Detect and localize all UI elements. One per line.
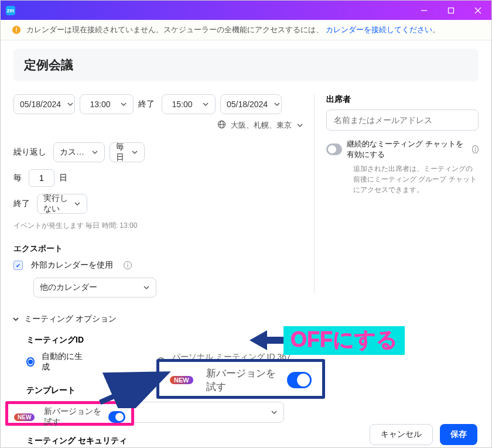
chevron-down-icon	[274, 101, 281, 108]
end-date-picker[interactable]: 05/18/2024	[220, 94, 282, 114]
start-time-value: 13:00	[86, 100, 114, 109]
cancel-button[interactable]: キャンセル	[370, 424, 433, 445]
notice-text: カレンダーは現在接続されていません。スケジューラーの全機能にアクセスするには、	[26, 25, 323, 34]
datetime-row: 05/18/2024 13:00 終了 15:00 05/18/2024	[13, 94, 303, 114]
meeting-title-field[interactable]: 定例会議	[13, 49, 479, 81]
window-close-button[interactable]	[464, 1, 491, 20]
start-date-picker[interactable]: 05/18/2024	[13, 94, 75, 114]
timezone-picker[interactable]: 大阪、札幌、東京	[13, 120, 303, 131]
try-new-version-toggle[interactable]	[287, 372, 312, 388]
template-header: テンプレート	[26, 385, 303, 396]
security-header: ミーティング セキュリティ	[26, 436, 303, 446]
zoom-scheduler-window: zm ! カレンダーは現在接続されていません。スケジューラーの全機能にアクセスす…	[0, 0, 492, 448]
meeting-id-options: 自動的に生成 パーソナル ミーティング ID 367 527 0985	[26, 351, 303, 372]
template-value: なし	[33, 407, 265, 418]
svg-rect-1	[449, 8, 454, 13]
recurrence-end-label: 終了	[13, 199, 30, 209]
recurrence-type-picker[interactable]: カスタム...	[53, 142, 105, 162]
chevron-down-icon	[67, 101, 74, 108]
chevron-down-icon	[296, 122, 303, 129]
external-calendar-value: 他のカレンダー	[40, 282, 137, 293]
chevron-down-icon	[143, 284, 150, 291]
unit-label: 日	[59, 173, 67, 183]
persistent-chat-toggle[interactable]	[326, 143, 342, 155]
attendees-header: 出席者	[326, 94, 479, 105]
end-time-value: 15:00	[168, 100, 196, 109]
attendees-input[interactable]	[326, 110, 479, 131]
end-time-picker[interactable]: 15:00	[162, 94, 216, 114]
export-use-external-row: 外部カレンダーを使用 i	[13, 260, 303, 271]
info-icon[interactable]: i	[472, 145, 479, 153]
start-time-picker[interactable]: 13:00	[80, 94, 134, 114]
notice-text-after: 。	[432, 25, 440, 34]
window-maximize-button[interactable]	[438, 1, 464, 20]
chevron-down-icon	[91, 149, 98, 156]
titlebar: zm	[1, 1, 491, 20]
meeting-id-auto-radio[interactable]	[26, 357, 35, 367]
recurrence-end-row: 終了 実行しない	[13, 194, 303, 214]
persistent-chat-hint: 追加された出席者は、ミーティングの前後にミーティング グループ チャットにアクセ…	[353, 163, 479, 195]
recurrence-end-value: 実行しない	[43, 193, 68, 214]
persistent-chat-row: 継続的なミーティング チャットを有効にする i	[326, 139, 479, 160]
meeting-id-pmi-radio[interactable]	[157, 357, 165, 367]
use-external-calendar-checkbox[interactable]	[13, 261, 23, 270]
chevron-down-icon	[131, 149, 138, 156]
footer-buttons: キャンセル 保存	[370, 424, 477, 445]
meeting-id-auto-label: 自動的に生成	[42, 351, 83, 372]
meeting-options-header: ミーティング オプション	[24, 314, 117, 324]
external-calendar-select[interactable]: 他のカレンダー	[33, 278, 156, 297]
end-label: 終了	[138, 99, 155, 110]
chevron-down-icon	[74, 200, 81, 207]
recurrence-end-picker[interactable]: 実行しない	[37, 194, 87, 214]
globe-icon	[217, 120, 226, 131]
recurrence-label: 繰り返し	[13, 147, 46, 158]
meeting-id-pmi-label: パーソナル ミーティング ID 367 527 0985	[172, 352, 303, 372]
window-minimize-button[interactable]	[411, 1, 438, 20]
connect-calendar-link[interactable]: カレンダーを接続してください	[326, 25, 432, 34]
recurrence-frequency-picker[interactable]: 毎日	[110, 142, 145, 162]
warning-icon: !	[12, 26, 20, 34]
chevron-down-icon	[12, 316, 19, 323]
export-header: エクスポート	[13, 244, 303, 254]
app-logo: zm	[3, 3, 18, 18]
recurrence-interval-row: 毎 日	[13, 169, 303, 187]
timezone-value: 大阪、札幌、東京	[231, 120, 292, 131]
every-label: 毎	[13, 173, 22, 183]
recurrence-row: 繰り返し カスタム... 毎日	[13, 142, 303, 162]
meeting-options-toggle[interactable]: ミーティング オプション	[12, 314, 303, 324]
save-button[interactable]: 保存	[440, 424, 477, 445]
calendar-connect-notice: ! カレンダーは現在接続されていません。スケジューラーの全機能にアクセスするには…	[1, 20, 491, 40]
info-icon[interactable]: i	[124, 261, 132, 269]
recurrence-interval-input[interactable]	[29, 169, 54, 187]
recurrence-frequency-value: 毎日	[116, 142, 125, 163]
chevron-down-icon	[202, 101, 209, 108]
chevron-down-icon	[271, 409, 278, 416]
try-new-version-toggle-small[interactable]	[108, 411, 125, 423]
recurrence-type-value: カスタム...	[60, 147, 86, 158]
persistent-chat-label: 継続的なミーティング チャットを有効にする	[347, 139, 464, 160]
meeting-id-header: ミーティングID	[26, 335, 303, 346]
end-date-value: 05/18/2024	[227, 100, 268, 109]
start-date-value: 05/18/2024	[20, 100, 61, 109]
template-select[interactable]: なし	[26, 402, 284, 423]
chevron-down-icon	[120, 101, 127, 108]
recurrence-summary: イベントが発生します 毎日 時間: 13:00	[13, 221, 303, 231]
use-external-calendar-label: 外部カレンダーを使用	[31, 260, 113, 271]
